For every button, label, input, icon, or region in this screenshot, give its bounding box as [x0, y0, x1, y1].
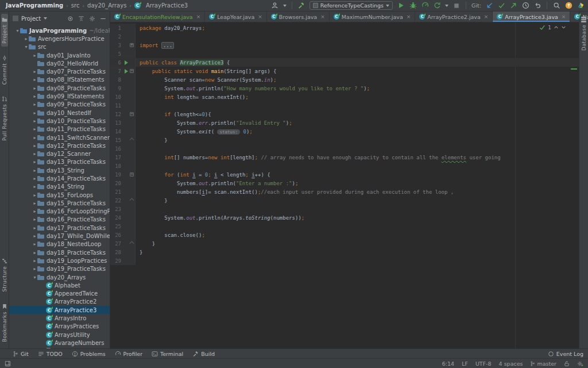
line-number[interactable]: 15 — [110, 137, 123, 143]
file-encoding[interactable]: UTF-8 — [475, 361, 492, 367]
tree-chevron-icon[interactable]: ▸ — [32, 217, 37, 222]
fold-marker-icon[interactable]: + — [129, 43, 134, 47]
code-line[interactable]: 23 — [110, 205, 579, 213]
line-number[interactable]: 23 — [110, 206, 123, 212]
tree-item[interactable]: ▸day14_String — [9, 183, 110, 191]
tree-item[interactable]: ▸day09_PracticeTasks — [9, 101, 110, 109]
line-number[interactable]: 20 — [110, 181, 123, 186]
code-line[interactable]: 15 } — [110, 136, 579, 144]
unlock-icon[interactable] — [564, 361, 570, 367]
tree-item[interactable]: CAlphabet — [9, 281, 110, 289]
tree-chevron-icon[interactable]: ▸ — [32, 110, 37, 116]
fold-marker-icon[interactable] — [129, 241, 134, 246]
tree-item[interactable]: CArraysIntro — [9, 314, 110, 322]
tree-chevron-icon[interactable]: ▸ — [32, 193, 37, 198]
tree-item[interactable]: ▸day12_Scanner — [9, 150, 110, 158]
fold-marker-icon[interactable]: − — [129, 112, 134, 116]
code-line[interactable]: 27 } — [110, 239, 579, 248]
tree-item[interactable]: ▸day13_PracticeTasks — [9, 158, 110, 166]
tree-item[interactable]: day20 class notes.txt — [9, 347, 110, 348]
code-line[interactable]: 19− for (int i = 0; i < length; i++) { — [110, 170, 579, 179]
code-line[interactable]: 20 System.out.println("Enter a number :"… — [110, 179, 579, 187]
tree-item[interactable]: day02_HelloWorld — [9, 59, 110, 67]
tree-chevron-icon[interactable]: ▸ — [32, 135, 37, 140]
code-line[interactable]: 6public class ArrayPractice3 { — [110, 58, 579, 67]
tree-item[interactable]: CAppearedTwice — [9, 290, 110, 298]
tab-close-icon[interactable]: × — [320, 14, 325, 20]
tool-window-button-build[interactable]: Build — [192, 351, 215, 357]
code-line[interactable]: 8 Scanner scan=new Scanner(System.in); — [110, 75, 579, 84]
tree-item[interactable]: ▾src — [9, 43, 110, 51]
run-arrow-icon[interactable] — [123, 60, 129, 65]
tree-item[interactable]: CAvarageNumbers — [9, 339, 110, 347]
tree-item[interactable]: ▾day20_Arrays — [9, 273, 110, 281]
profiler-icon[interactable] — [421, 2, 429, 10]
tool-strip-item-structure[interactable]: Structure — [1, 255, 8, 295]
caret-position[interactable]: 6:14 — [442, 361, 454, 367]
notifications-gear-icon[interactable] — [577, 361, 583, 367]
tree-item[interactable]: ▸day19_PracticeTasks — [9, 265, 110, 273]
code-line[interactable]: 17 int[] numbers=new int[length]; // arr… — [110, 153, 579, 162]
tree-item[interactable]: ▸day13_String — [9, 166, 110, 174]
run-options-arrow[interactable] — [445, 5, 448, 7]
line-number[interactable]: 22 — [110, 198, 123, 204]
line-number[interactable]: 16 — [110, 146, 123, 152]
line-number[interactable]: 27 — [110, 241, 123, 247]
tool-window-button-git[interactable]: Git — [13, 351, 29, 357]
line-ending[interactable]: LF — [462, 361, 468, 367]
code-line[interactable]: 2 — [110, 32, 579, 41]
tool-window-button-todo[interactable]: TODO — [38, 351, 63, 357]
code-line[interactable]: 13 System.err.println("Invalid Entry "); — [110, 118, 579, 127]
tab-close-icon[interactable]: × — [484, 14, 489, 20]
code-line[interactable]: 10 int length= scan.nextInt(); — [110, 93, 579, 101]
fold-marker-icon[interactable]: − — [129, 69, 134, 73]
tree-item[interactable]: ▸day08_IfStatements — [9, 76, 110, 84]
tree-chevron-icon[interactable]: ▸ — [32, 241, 37, 247]
line-number[interactable]: 17 — [110, 155, 123, 160]
tree-chevron-icon[interactable]: ▸ — [32, 151, 37, 156]
tree-item[interactable]: ▸day11_SwitchScanner — [9, 133, 110, 141]
editor-tab[interactable]: CMaximumNumber.java× — [330, 12, 416, 22]
line-number[interactable]: 13 — [110, 120, 123, 126]
tree-chevron-icon[interactable]: ▸ — [32, 159, 37, 164]
tree-chevron-icon[interactable]: ▾ — [24, 44, 29, 49]
code-line[interactable]: 9 System.out.println("How many numbers w… — [110, 84, 579, 93]
tree-chevron-icon[interactable]: ▸ — [32, 53, 37, 58]
git-push-icon[interactable] — [509, 2, 517, 10]
tree-item[interactable]: ▸day01_JavaInto — [9, 51, 110, 59]
tree-chevron-icon[interactable]: ▸ — [32, 209, 37, 214]
line-number[interactable]: 7 — [110, 68, 123, 74]
tree-chevron-icon[interactable]: ▸ — [32, 102, 37, 107]
tree-item[interactable]: ▸day17_While_DoWhile — [9, 232, 110, 240]
tree-chevron-icon[interactable]: ▸ — [32, 126, 37, 132]
user-icon[interactable] — [271, 2, 279, 10]
locate-file-icon[interactable] — [67, 16, 74, 22]
run-configuration-select[interactable]: ReferenceTypeCastings — [310, 1, 393, 10]
line-number[interactable]: 24 — [110, 215, 123, 221]
line-number[interactable]: 6 — [110, 60, 123, 66]
tree-item[interactable]: ▸day16_PracticeTasks — [9, 216, 110, 224]
tree-chevron-icon[interactable]: ▸ — [32, 225, 37, 231]
coverage-icon[interactable] — [433, 2, 441, 10]
code-line[interactable]: 24 System.out.println(Arrays.toString(nu… — [110, 213, 579, 222]
collapse-all-icon[interactable] — [78, 16, 84, 22]
editor-tab[interactable]: CLeapYear.java× — [205, 12, 267, 22]
tree-chevron-icon[interactable]: ▸ — [32, 258, 37, 263]
tree-item[interactable]: ▸AvengersHoursPractice — [9, 34, 110, 43]
colorful-plugin-icon[interactable] — [577, 2, 585, 10]
code-line[interactable]: 14 System.exit( status: 0); — [110, 127, 579, 136]
tree-item[interactable]: ▸day11_PracticeTasks — [9, 125, 110, 133]
tree-chevron-icon[interactable]: ▸ — [32, 250, 37, 255]
tree-item[interactable]: ▾JavaProgramming~/IdeaProje — [9, 26, 110, 34]
tree-chevron-icon[interactable]: ▸ — [32, 118, 37, 124]
tree-chevron-icon[interactable]: ▸ — [32, 94, 37, 99]
tree-chevron-icon[interactable]: ▾ — [32, 275, 37, 280]
git-commit-check-icon[interactable] — [497, 2, 505, 10]
code-line[interactable]: 12− if (length<=0){ — [110, 110, 579, 118]
tree-chevron-icon[interactable]: ▸ — [32, 201, 37, 206]
code-line[interactable]: 26 scan.close(); — [110, 231, 579, 239]
tree-chevron-icon[interactable]: ▸ — [32, 168, 37, 173]
line-number[interactable]: 1 — [110, 25, 123, 31]
rollback-icon[interactable] — [533, 2, 541, 10]
tab-close-icon[interactable]: × — [407, 14, 411, 20]
